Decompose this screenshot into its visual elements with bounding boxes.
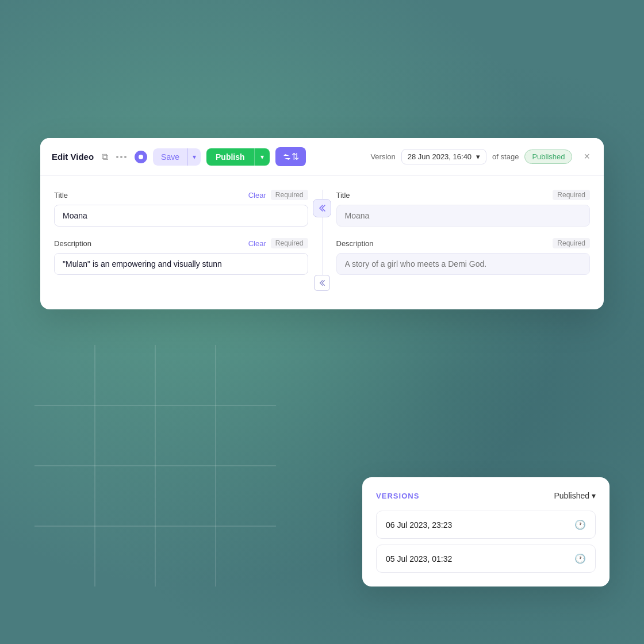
right-title-required-badge: Required <box>553 190 590 200</box>
description-input[interactable] <box>54 253 308 275</box>
save-dropdown-button[interactable]: ▾ <box>188 148 201 166</box>
version-row-2[interactable]: 05 Jul 2023, 01:32 🕐 <box>376 545 596 573</box>
version-value: 28 Jun 2023, 16:40 <box>408 152 471 161</box>
description-field-group: Description Clear Required <box>54 238 308 275</box>
close-button[interactable]: × <box>581 148 592 165</box>
title-field-group: Title Clear Required <box>54 190 308 227</box>
right-title-field-header: Title Required <box>336 190 591 200</box>
versions-filter-arrow: ▾ <box>592 491 596 500</box>
title-label: Title <box>54 191 68 200</box>
page-title: Edit Video <box>52 152 94 162</box>
edit-video-card: Edit Video ⧉ Save ▾ Publish ▾ <box>40 138 604 309</box>
publish-button[interactable]: Publish <box>206 148 255 166</box>
copy-icon[interactable]: ⧉ <box>102 152 108 162</box>
header-bar: Edit Video ⧉ Save ▾ Publish ▾ <box>40 138 604 176</box>
right-description-required-badge: Required <box>553 238 590 248</box>
history-icon-2: 🕐 <box>574 553 586 564</box>
right-title-field-actions: Required <box>553 190 590 200</box>
versions-filter-button[interactable]: Published ▾ <box>554 491 596 500</box>
history-icon-1: 🕐 <box>574 519 586 530</box>
version-date-2: 05 Jul 2023, 01:32 <box>386 554 452 564</box>
more-options-button[interactable] <box>116 156 126 158</box>
description-field-actions: Clear Required <box>248 238 308 248</box>
left-arrows-icon <box>317 204 327 213</box>
left-panel: Title Clear Required Description Clear <box>54 190 322 291</box>
versions-filter-label: Published <box>554 491 590 500</box>
published-stage-badge: Published <box>524 150 572 164</box>
indicator-dot <box>139 155 143 159</box>
right-description-field-group: Description Required <box>336 238 591 275</box>
title-field-actions: Clear Required <box>248 190 308 200</box>
description-label: Description <box>54 239 91 248</box>
main-wrapper: Edit Video ⧉ Save ▾ Publish ▾ <box>40 138 604 471</box>
versions-panel: VERSIONS Published ▾ 06 Jul 2023, 23:23 … <box>362 477 610 586</box>
sync-arrow-bottom-button[interactable] <box>314 275 330 291</box>
right-description-label: Description <box>336 239 374 248</box>
status-indicator <box>135 151 147 163</box>
description-required-badge: Required <box>271 238 308 248</box>
right-description-field-header: Description Required <box>336 238 591 248</box>
versions-title: VERSIONS <box>376 492 420 500</box>
save-button[interactable]: Save <box>153 148 188 166</box>
description-clear-button[interactable]: Clear <box>248 239 266 248</box>
right-title-input <box>336 205 591 227</box>
content-area: Title Clear Required Description Clear <box>40 176 604 309</box>
right-title-field-group: Title Required <box>336 190 591 227</box>
left-arrow-outline-icon <box>318 279 326 287</box>
compare-button[interactable]: ⇅ <box>275 147 306 166</box>
right-panel: Title Required Description Required <box>323 190 591 291</box>
versions-header: VERSIONS Published ▾ <box>376 491 596 500</box>
version-date-1: 06 Jul 2023, 23:23 <box>386 520 452 530</box>
transfer-icon <box>282 152 292 162</box>
title-required-badge: Required <box>271 190 308 200</box>
right-description-field-actions: Required <box>553 238 590 248</box>
publish-button-group: Publish ▾ <box>206 148 270 166</box>
version-dropdown-icon: ▾ <box>476 152 480 161</box>
version-row-1[interactable]: 06 Jul 2023, 23:23 🕐 <box>376 511 596 539</box>
version-label: Version <box>370 152 395 161</box>
title-field-header: Title Clear Required <box>54 190 308 200</box>
panel-divider <box>322 190 323 291</box>
version-select[interactable]: 28 Jun 2023, 16:40 ▾ <box>401 149 486 164</box>
of-stage-label: of stage <box>492 152 519 161</box>
description-field-header: Description Clear Required <box>54 238 308 248</box>
right-description-input <box>336 253 591 275</box>
sync-arrow-top-button[interactable] <box>313 199 331 217</box>
publish-dropdown-button[interactable]: ▾ <box>255 148 270 166</box>
title-clear-button[interactable]: Clear <box>248 191 266 200</box>
title-input[interactable] <box>54 205 308 227</box>
right-title-label: Title <box>336 191 350 200</box>
